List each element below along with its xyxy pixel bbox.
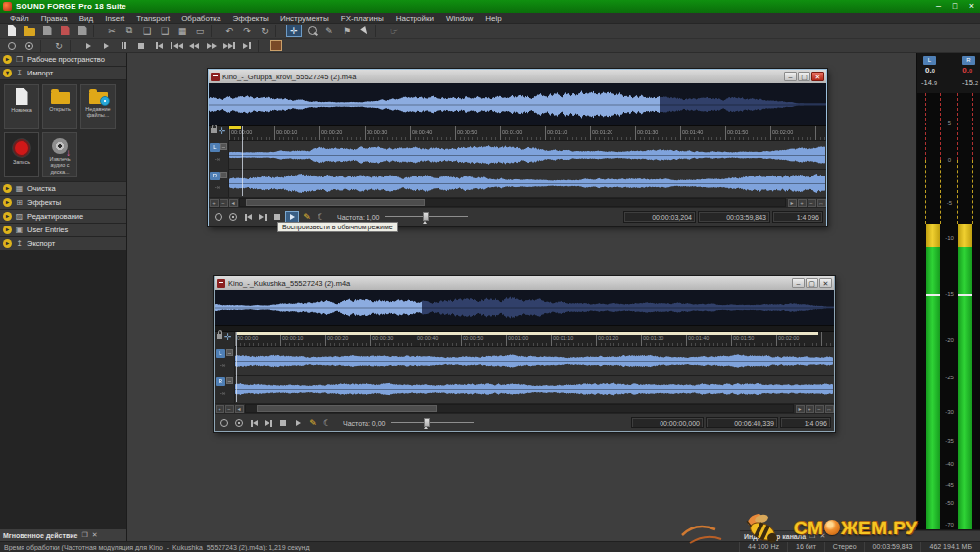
close-window-button[interactable]: ✕: [819, 278, 832, 288]
scrollbar-track[interactable]: [245, 404, 794, 413]
meter-tab-l[interactable]: L: [923, 56, 936, 65]
horizontal-scrollbar[interactable]: +−◂▸+−↔: [209, 197, 826, 207]
menu-item-11[interactable]: Window: [440, 13, 479, 24]
loop-playback-button[interactable]: ↻: [51, 39, 67, 52]
edit-tool-button[interactable]: ✛: [286, 25, 302, 37]
instant-action-tab[interactable]: Мгновенное действие ❐ ✕: [0, 529, 127, 541]
frequency-slider[interactable]: [391, 417, 474, 428]
scroll-button[interactable]: ◂: [229, 199, 238, 207]
menu-item-9[interactable]: FX-плагины: [335, 13, 390, 24]
go-to-start-button[interactable]: [247, 417, 261, 429]
zoom-button[interactable]: ↔: [817, 199, 826, 207]
undo-button[interactable]: ↶: [221, 25, 237, 37]
app-minimize-button[interactable]: –: [930, 0, 947, 13]
zoom-button[interactable]: +: [806, 405, 814, 413]
zoom-button[interactable]: +: [798, 199, 807, 207]
channel-minimize-button[interactable]: –: [220, 143, 227, 150]
zoom-button[interactable]: −: [815, 405, 824, 413]
scroll-button[interactable]: +: [216, 405, 224, 413]
minimize-window-button[interactable]: –: [784, 72, 797, 81]
move-tool-icon[interactable]: ✛: [219, 126, 226, 136]
previous-marker-button[interactable]: [169, 39, 184, 52]
record-button[interactable]: [212, 211, 225, 224]
app-close-button[interactable]: ×: [963, 0, 980, 13]
close-window-button[interactable]: ✕: [811, 72, 824, 81]
pencil-tool-button[interactable]: ✎: [321, 25, 337, 37]
slider-handle[interactable]: [424, 418, 430, 427]
zoom-button[interactable]: −: [808, 199, 816, 207]
stop-button[interactable]: [133, 39, 149, 52]
menu-item-3[interactable]: Вид: [74, 13, 99, 24]
zoom-button[interactable]: ▸: [788, 199, 797, 207]
horizontal-scrollbar[interactable]: +−◂▸+−↔: [215, 403, 834, 413]
play-button[interactable]: [291, 417, 305, 429]
waveform-overview[interactable]: [215, 290, 834, 326]
lock-icon[interactable]: [211, 128, 217, 133]
menu-item-12[interactable]: Help: [479, 13, 507, 24]
app-maximize-button[interactable]: □: [947, 0, 963, 13]
frequency-slider[interactable]: [385, 211, 468, 223]
sidebar-section-3[interactable]: ▸▦Очистка: [0, 182, 126, 195]
scroll-button[interactable]: ◂: [235, 405, 244, 413]
sidebar-section-6[interactable]: ▸▣User Entries: [0, 224, 126, 236]
zoom-button[interactable]: ▸: [796, 405, 805, 413]
go-to-end-button[interactable]: [256, 211, 270, 224]
sidebar-section-5[interactable]: ▸▨Редактирование: [0, 210, 126, 223]
waveform-channel-r[interactable]: [229, 170, 826, 197]
scrollbar-thumb[interactable]: [257, 405, 437, 412]
go-to-start-button[interactable]: [241, 211, 255, 224]
minimize-window-button[interactable]: –: [792, 278, 805, 288]
paste-button[interactable]: ❑: [139, 25, 155, 37]
play-all-button[interactable]: [80, 39, 96, 52]
scroll-button[interactable]: −: [220, 199, 228, 207]
import-item-5[interactable]: Извлечь аудио с диска...: [42, 132, 77, 177]
mix-button[interactable]: ▦: [174, 25, 190, 37]
channel-tab-r[interactable]: R: [216, 377, 225, 386]
paste-special-button[interactable]: ❑: [157, 25, 172, 37]
channel-minimize-button[interactable]: –: [226, 349, 233, 356]
maximize-window-button[interactable]: ▢: [806, 278, 818, 288]
waveform-overview[interactable]: [209, 83, 826, 126]
pin-meter-icon[interactable]: ❐: [809, 532, 815, 540]
menu-item-10[interactable]: Настройки: [390, 13, 440, 24]
play-button[interactable]: [98, 39, 114, 52]
audio-window-titlebar[interactable]: Kino_-_Kukushka_55527243 (2).m4a–▢✕: [215, 276, 834, 290]
channel-meter-tab[interactable]: Индикатор канала ❐ ✕: [740, 530, 980, 541]
save-all-button[interactable]: [74, 25, 90, 37]
maximize-window-button[interactable]: ▢: [798, 72, 810, 81]
channel-minimize-button[interactable]: –: [226, 377, 233, 384]
import-item-3[interactable]: Недавние файлы...: [80, 84, 116, 129]
menu-item-1[interactable]: Файл: [4, 13, 35, 24]
repeat-button[interactable]: ↻: [257, 25, 272, 37]
close-panel-icon[interactable]: ✕: [92, 531, 98, 539]
crop-button[interactable]: ▭: [192, 25, 208, 37]
playback-mode-button[interactable]: ☾: [320, 417, 334, 429]
waveform-channel-r[interactable]: [235, 376, 834, 403]
channel-tab-r[interactable]: R: [210, 172, 220, 180]
redo-button[interactable]: ↷: [239, 25, 255, 37]
sidebar-section-7[interactable]: ▸↥Экспорт: [0, 237, 126, 250]
close-meter-icon[interactable]: ✕: [819, 532, 825, 540]
cut-button[interactable]: ✂: [104, 25, 120, 37]
import-item-4[interactable]: Запись: [4, 132, 39, 177]
waveform-channel-l[interactable]: [229, 141, 826, 169]
magnify-tool-button[interactable]: [304, 25, 319, 37]
menu-item-7[interactable]: Эффекты: [227, 13, 274, 24]
menu-item-6[interactable]: Обработка: [175, 13, 226, 24]
menu-item-5[interactable]: Transport: [130, 13, 175, 24]
time-ruler[interactable]: 00:00:0000:00:1000:00:2000:00:3000:00:40…: [229, 126, 826, 141]
loop-playback-button[interactable]: [232, 417, 246, 429]
sidebar-section-4[interactable]: ▸⊞Эффекты: [0, 196, 126, 209]
arm-record-button[interactable]: [22, 39, 37, 52]
new-file-button[interactable]: [4, 25, 20, 37]
time-ruler[interactable]: 00:00:0000:00:1000:00:2000:00:3000:00:40…: [235, 332, 834, 347]
zoom-button[interactable]: ↔: [825, 405, 834, 413]
menu-item-2[interactable]: Правка: [35, 13, 74, 24]
scrollbar-thumb[interactable]: [246, 199, 425, 206]
sidebar-section-2[interactable]: ▾↧Импорт: [0, 67, 126, 79]
scrollbar-track[interactable]: [239, 198, 786, 207]
stop-button[interactable]: [276, 417, 290, 429]
menu-item-8[interactable]: Инструменты: [274, 13, 335, 24]
audio-window-titlebar[interactable]: Kino_-_Gruppa_krovi_55527245 (2).m4a–▢✕: [209, 70, 826, 83]
scroll-button[interactable]: +: [210, 199, 219, 207]
